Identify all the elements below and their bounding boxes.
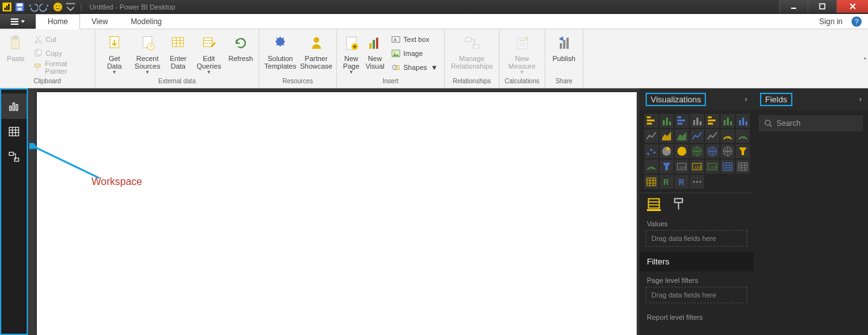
tab-modeling[interactable]: Modeling [119, 14, 173, 29]
viz-slicer[interactable] [721, 160, 735, 174]
viz-donut[interactable] [675, 144, 689, 158]
help-icon[interactable]: ? [851, 17, 862, 27]
publish-button[interactable]: Publish [549, 32, 579, 62]
undo-icon[interactable] [27, 1, 38, 13]
svg-rect-36 [465, 38, 471, 41]
shapes-button[interactable]: Shapes▼ [388, 61, 440, 74]
viz-kpi[interactable]: 123 [705, 160, 719, 174]
viz-funnel-alt[interactable] [736, 144, 750, 158]
group-calculations: New Measure▼ Calculations [499, 29, 545, 88]
viz-ribbon[interactable] [721, 129, 735, 143]
svg-text:123: 123 [695, 165, 702, 169]
viz-matrix[interactable] [644, 175, 658, 189]
svg-text:123: 123 [679, 165, 686, 169]
minimize-button[interactable] [779, 0, 808, 13]
report-canvas[interactable] [37, 92, 637, 335]
enter-data-button[interactable]: Enter Data [165, 32, 191, 70]
image-button[interactable]: Image [388, 47, 440, 60]
viz-filled-map[interactable] [721, 144, 735, 158]
viz-map[interactable] [705, 144, 719, 158]
viz-area[interactable] [660, 129, 674, 143]
viz-stacked-area[interactable] [675, 129, 689, 143]
cut-button[interactable]: Cut [31, 33, 91, 46]
text-box-button[interactable]: AText box [388, 33, 440, 46]
viz-scatter[interactable] [644, 144, 658, 158]
viz-line-clustered[interactable] [690, 129, 704, 143]
tab-view[interactable]: View [80, 14, 119, 29]
close-button[interactable] [836, 0, 868, 13]
svg-rect-44 [13, 103, 15, 111]
format-painter-button[interactable]: Format Painter [31, 61, 91, 74]
report-view-button[interactable] [1, 93, 27, 119]
viz-pie[interactable] [660, 144, 674, 158]
viz-multi-row-card[interactable]: 123 [690, 160, 704, 174]
copy-icon [33, 48, 43, 58]
fields-header: Fields › [754, 88, 868, 110]
viz-stacked-bar[interactable] [644, 114, 658, 128]
viz-100-stacked-column[interactable] [721, 114, 735, 128]
svg-rect-55 [669, 121, 671, 125]
model-view-button[interactable] [1, 144, 27, 170]
svg-rect-63 [708, 123, 713, 125]
qat-dropdown-icon[interactable] [65, 1, 76, 13]
svg-rect-48 [15, 158, 19, 161]
recent-sources-button[interactable]: Recent Sources▼ [132, 32, 163, 75]
paste-button[interactable]: Paste [4, 32, 28, 62]
viz-stacked-column[interactable] [660, 114, 674, 128]
viz-small-multiples[interactable] [736, 114, 750, 128]
get-data-icon [104, 33, 125, 53]
tab-home[interactable]: Home [36, 14, 80, 29]
svg-rect-70 [745, 121, 747, 125]
new-visual-button[interactable]: New Visual [364, 32, 385, 70]
svg-rect-16 [37, 50, 41, 55]
ribbon-collapse-icon[interactable] [863, 29, 868, 88]
partner-showcase-button[interactable]: Partner Showcase [300, 32, 332, 70]
fields-search[interactable]: Search [759, 115, 863, 132]
sign-in-link[interactable]: Sign in [819, 17, 843, 26]
save-icon[interactable] [14, 1, 25, 13]
data-view-button[interactable] [1, 119, 27, 144]
viz-card[interactable]: 123 [675, 160, 689, 174]
viz-funnel[interactable] [660, 160, 674, 174]
redo-icon[interactable] [39, 1, 51, 13]
get-data-button[interactable]: Get Data▼ [99, 32, 130, 75]
viz-table[interactable] [736, 160, 750, 174]
new-measure-button[interactable]: New Measure▼ [503, 32, 541, 75]
viz-clustered-bar[interactable] [675, 114, 689, 128]
viz-r-visual[interactable]: R [660, 175, 674, 189]
viz-line[interactable] [644, 129, 658, 143]
collapse-pane-icon[interactable]: › [859, 95, 862, 104]
svg-rect-18 [37, 67, 38, 71]
smiley-icon[interactable] [52, 1, 64, 13]
file-menu[interactable] [0, 14, 36, 29]
viz-gauge[interactable] [644, 160, 658, 174]
new-page-button[interactable]: New Page▼ [341, 32, 362, 75]
viz-line-stacked[interactable] [705, 129, 719, 143]
viz-waterfall[interactable] [736, 129, 750, 143]
refresh-button[interactable]: Refresh [227, 32, 255, 62]
svg-rect-53 [663, 120, 665, 125]
viz-more[interactable] [690, 175, 704, 189]
format-tab[interactable] [672, 197, 686, 211]
page-filters-dropzone[interactable]: Drag data fields here [646, 287, 747, 303]
page-filters-label: Page level filters [639, 271, 754, 287]
collapse-pane-icon[interactable]: › [745, 95, 747, 104]
edit-queries-button[interactable]: Edit Queries▼ [194, 32, 224, 75]
viz-100-stacked-bar[interactable] [705, 114, 719, 128]
svg-rect-28 [373, 40, 376, 49]
fields-tab[interactable] [647, 197, 661, 211]
group-external-data: Get Data▼ Recent Sources▼ Enter Data Edi… [95, 29, 259, 88]
solution-templates-button[interactable]: Solution Templates [263, 32, 297, 70]
svg-rect-65 [724, 120, 726, 125]
values-dropzone[interactable]: Drag data fields here [646, 230, 747, 247]
viz-py-visual[interactable]: R [675, 175, 689, 189]
viz-clustered-column[interactable] [690, 114, 704, 128]
copy-button[interactable]: Copy [31, 47, 91, 60]
svg-rect-67 [730, 121, 732, 125]
svg-point-4 [56, 5, 57, 6]
svg-rect-51 [647, 123, 652, 125]
new-page-icon [341, 33, 362, 53]
viz-treemap[interactable] [690, 144, 704, 158]
maximize-button[interactable] [808, 0, 836, 13]
manage-relationships-button[interactable]: Manage Relationships [449, 32, 495, 70]
